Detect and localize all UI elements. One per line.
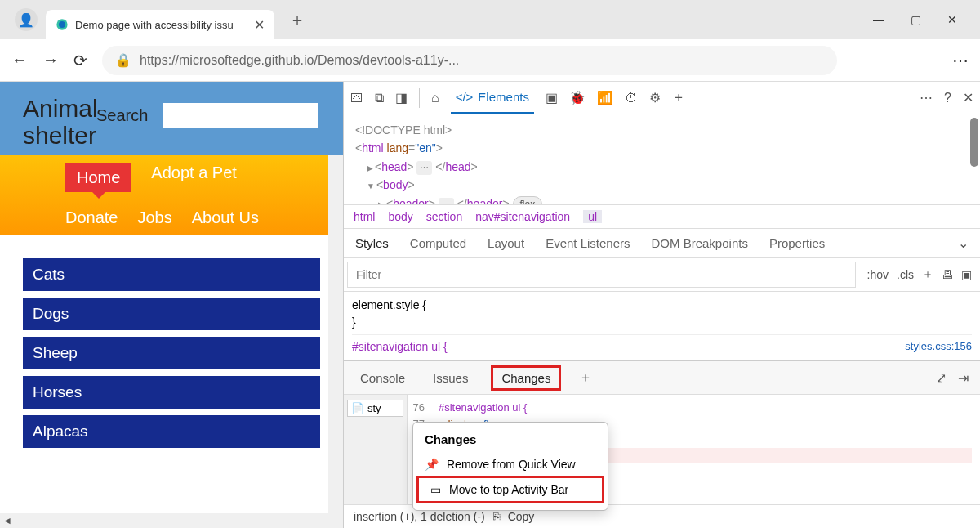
site-nav: Home Adopt a Pet Donate Jobs About Us [0,155,343,235]
forward-button[interactable]: → [42,51,59,69]
nav-jobs[interactable]: Jobs [138,208,172,227]
crumb-ul[interactable]: ul [583,210,602,223]
help-icon[interactable]: ? [944,91,951,105]
panel-icon: ▭ [430,483,441,496]
svg-point-1 [59,21,65,28]
webpage-pane: Animalshelter Search Home Adopt a Pet Do… [0,82,343,528]
tab-close-icon[interactable]: ✕ [254,17,265,33]
list-item[interactable]: Sheep [23,337,320,369]
list-item[interactable]: Dogs [23,298,320,330]
styles-pane-tabs: Styles Computed Layout Event Listeners D… [344,229,980,258]
chevron-down-icon[interactable]: ⌄ [958,235,969,251]
hov-toggle[interactable]: :hov [867,268,889,281]
new-style-icon[interactable]: ＋ [922,267,933,282]
drawer-tabs: Console Issues Changes ＋ ⤢ ⇥ [344,361,980,394]
drawer-tab-console[interactable]: Console [355,368,410,388]
search-label: Search [96,106,148,125]
browser-menu-button[interactable]: ⋯ [952,51,969,70]
print-icon[interactable]: 🖶 [942,268,953,281]
more-icon[interactable]: ⋯ [920,90,933,105]
copy-icon[interactable]: ⎘ [493,510,500,523]
site-title: Animalshelter [23,95,98,149]
nav-home[interactable]: Home [65,163,131,192]
category-list: Cats Dogs Sheep Horses Alpacas [0,235,343,463]
edge-favicon-icon [56,18,69,31]
tab-elements[interactable]: </>Elements [451,82,534,114]
browser-tab[interactable]: Demo page with accessibility issu ✕ [46,10,274,39]
back-button[interactable]: ← [11,51,28,69]
drawer-add-tab-icon[interactable]: ＋ [579,369,592,387]
nav-adopt[interactable]: Adopt a Pet [151,163,237,192]
search-input[interactable] [163,103,318,128]
file-icon: 📄 [351,402,364,414]
console-icon[interactable]: ▣ [546,90,558,105]
drawer-expand-icon[interactable]: ⤢ [936,370,947,386]
context-menu-title: Changes [413,429,608,453]
refresh-button[interactable]: ⟳ [74,51,87,70]
breadcrumb: html body section nav#sitenavigation ul [344,204,980,229]
performance-icon[interactable]: ⏱ [625,91,638,105]
dom-scrollbar-thumb[interactable] [970,118,978,167]
list-item[interactable]: Horses [23,376,320,409]
ctx-remove-quickview[interactable]: 📌 Remove from Quick View [413,453,608,476]
tab-layout[interactable]: Layout [488,236,524,250]
changes-file-list: 📄 sty [344,395,408,504]
lock-icon: 🔒 [115,52,131,68]
crumb-html[interactable]: html [354,210,375,223]
dom-tree[interactable]: <!DOCTYPE html> <html lang="en"> ▶<head>… [344,114,980,204]
tab-styles[interactable]: Styles [355,236,389,250]
styles-rules[interactable]: element.style { } styles.css:156 #sitena… [344,292,980,360]
tab-computed[interactable]: Computed [410,236,466,250]
browser-toolbar: ← → ⟳ 🔒 https://microsoftedge.github.io/… [0,39,980,82]
file-item[interactable]: 📄 sty [347,400,403,417]
drawer-dock-icon[interactable]: ⇥ [958,370,969,386]
copy-button[interactable]: Copy [508,510,535,523]
tab-dom-breakpoints[interactable]: DOM Breakpoints [652,236,748,250]
device-icon[interactable]: ⧉ [375,91,384,105]
drawer-tab-issues[interactable]: Issues [428,368,473,388]
maximize-button[interactable]: ▢ [911,13,921,26]
crumb-body[interactable]: body [388,210,412,223]
crumb-section[interactable]: section [426,210,462,223]
styles-filter-input[interactable] [347,262,856,288]
minimize-button[interactable]: — [873,13,884,26]
network-icon[interactable]: 📶 [597,90,613,105]
profile-icon[interactable]: 👤 [15,8,38,31]
close-devtools-icon[interactable]: ✕ [963,90,973,105]
close-window-button[interactable]: ✕ [947,13,957,26]
settings-icon[interactable]: ⚙ [649,90,661,105]
context-menu: Changes 📌 Remove from Quick View ▭ Move … [412,422,608,511]
source-link[interactable]: styles.css:156 [905,338,972,355]
list-item[interactable]: Alpacas [23,415,320,448]
new-tab-button[interactable]: ＋ [289,9,305,31]
ctx-move-to-top[interactable]: ▭ Move to top Activity Bar [416,476,604,503]
cls-toggle[interactable]: .cls [897,268,914,281]
welcome-tab-icon[interactable]: ⌂ [431,91,439,105]
dock-icon[interactable]: ◨ [395,90,408,105]
tab-properties[interactable]: Properties [769,236,825,250]
nav-about[interactable]: About Us [192,208,259,227]
crumb-nav[interactable]: nav#sitenavigation [475,210,570,223]
styles-filter-row: :hov .cls ＋ 🖶 ▣ [344,258,980,292]
address-bar[interactable]: 🔒 https://microsoftedge.github.io/Demos/… [102,46,837,75]
sources-icon[interactable]: 🐞 [569,90,586,105]
computed-toggle-icon[interactable]: ▣ [961,268,972,281]
unpin-icon: 📌 [425,458,439,471]
drawer-tab-changes[interactable]: Changes [491,365,561,391]
window-controls: — ▢ ✕ [873,13,973,26]
more-tabs-icon[interactable]: ＋ [672,89,685,106]
devtools-activity-bar: ⮹ ⧉ ◨ ⌂ </>Elements ▣ 🐞 📶 ⏱ ⚙ ＋ ⋯ ? ✕ [344,82,980,114]
inspect-icon[interactable]: ⮹ [350,91,363,105]
tab-event-listeners[interactable]: Event Listeners [546,236,630,250]
browser-titlebar: 👤 Demo page with accessibility issu ✕ ＋ … [0,0,980,39]
url-text: https://microsoftedge.github.io/Demos/de… [140,53,459,68]
page-header: Animalshelter Search [0,82,343,155]
page-horizontal-scrollbar[interactable]: ◄► [0,513,343,528]
tab-title: Demo page with accessibility issu [75,19,247,31]
nav-donate[interactable]: Donate [65,208,118,227]
list-item[interactable]: Cats [23,258,320,291]
